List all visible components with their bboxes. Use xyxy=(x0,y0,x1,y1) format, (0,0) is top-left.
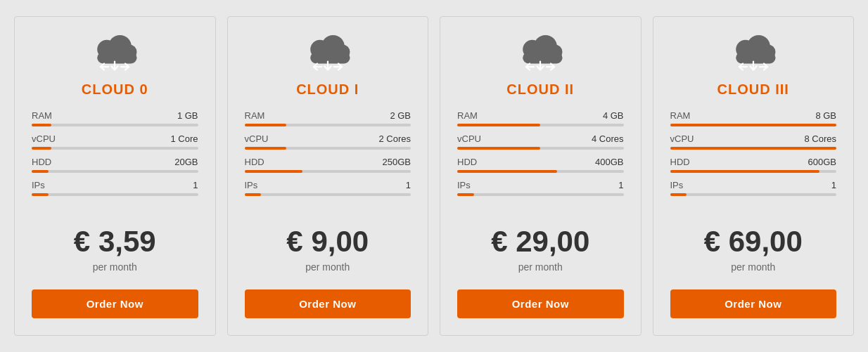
svg-rect-10 xyxy=(310,52,350,64)
spec-bar-bg xyxy=(32,147,198,150)
per-month: per month xyxy=(731,261,775,273)
spec-value: 8 GB xyxy=(815,110,836,121)
order-button[interactable]: Order Now xyxy=(245,289,411,318)
svg-rect-3 xyxy=(98,52,137,64)
spec-bar-fill xyxy=(670,124,837,126)
spec-value: 1 xyxy=(193,180,198,190)
spec-bar-fill xyxy=(670,170,820,173)
spec-bar-bg xyxy=(245,124,411,126)
plan-name: CLOUD 0 xyxy=(82,82,148,98)
spec-label: RAM xyxy=(245,110,265,121)
spec-bar-bg xyxy=(670,124,837,126)
spec-bar-bg xyxy=(32,193,198,196)
spec-bar-fill xyxy=(32,170,49,173)
spec-label: IPs xyxy=(32,180,45,190)
price: € 29,00 xyxy=(491,226,589,258)
spec-value: 4 GB xyxy=(603,110,624,121)
spec-row-ips: IPs 1 xyxy=(670,180,837,196)
spec-value: 8 Cores xyxy=(804,133,836,144)
spec-label: HDD xyxy=(457,157,477,167)
spec-bar-fill xyxy=(457,124,540,126)
spec-bar-fill xyxy=(457,147,540,150)
spec-row-hdd: HDD 400GB xyxy=(457,157,624,173)
spec-value: 400GB xyxy=(595,157,623,167)
spec-bar-bg xyxy=(245,170,411,173)
order-button[interactable]: Order Now xyxy=(457,289,624,318)
spec-bar-fill xyxy=(32,124,51,126)
order-button[interactable]: Order Now xyxy=(670,289,837,318)
price: € 3,59 xyxy=(74,226,156,258)
spec-row-ram: RAM 2 GB xyxy=(245,110,411,126)
per-month: per month xyxy=(93,261,137,273)
svg-rect-17 xyxy=(523,52,563,64)
spec-label: RAM xyxy=(32,110,52,121)
pricing-card-cloud-1: CLOUD I RAM 2 GB vCPU 2 Cores HDD xyxy=(227,16,429,335)
cloud-icon xyxy=(87,31,143,82)
per-month: per month xyxy=(518,261,563,273)
spec-bar-fill xyxy=(245,124,286,126)
specs-list: RAM 8 GB vCPU 8 Cores HDD 600GB xyxy=(670,110,837,203)
plan-name: CLOUD II xyxy=(506,82,574,98)
spec-label: RAM xyxy=(457,110,478,121)
spec-value: 2 Cores xyxy=(378,133,411,144)
price: € 9,00 xyxy=(286,226,369,258)
spec-label: HDD xyxy=(32,157,51,167)
spec-value: 250GB xyxy=(383,157,411,167)
spec-value: 2 GB xyxy=(390,110,411,121)
spec-row-ips: IPs 1 xyxy=(457,180,624,196)
spec-row-hdd: HDD 250GB xyxy=(245,157,411,173)
spec-bar-bg xyxy=(670,147,837,150)
spec-label: HDD xyxy=(670,157,690,167)
spec-bar-fill xyxy=(457,193,474,196)
specs-list: RAM 4 GB vCPU 4 Cores HDD 400GB xyxy=(457,110,624,203)
spec-row-hdd: HDD 600GB xyxy=(670,157,837,173)
svg-rect-24 xyxy=(736,52,775,64)
spec-bar-fill xyxy=(670,193,687,196)
specs-list: RAM 2 GB vCPU 2 Cores HDD 250GB xyxy=(245,110,411,203)
spec-row-ips: IPs 1 xyxy=(32,180,198,196)
spec-bar-fill xyxy=(245,147,286,150)
cloud-icon xyxy=(512,31,568,82)
pricing-cards: CLOUD 0 RAM 1 GB vCPU 1 Core HDD xyxy=(14,16,854,335)
spec-row-vcpu: vCPU 4 Cores xyxy=(457,133,624,150)
spec-bar-bg xyxy=(245,147,411,150)
price-section: € 9,00 per month xyxy=(286,226,369,272)
spec-bar-bg xyxy=(457,124,624,126)
spec-value: 20GB xyxy=(174,157,198,167)
spec-row-vcpu: vCPU 2 Cores xyxy=(245,133,411,150)
plan-name: CLOUD I xyxy=(296,82,359,98)
spec-value: 4 Cores xyxy=(592,133,624,144)
pricing-card-cloud-0: CLOUD 0 RAM 1 GB vCPU 1 Core HDD xyxy=(14,16,216,335)
price-section: € 29,00 per month xyxy=(491,226,589,272)
spec-row-vcpu: vCPU 8 Cores xyxy=(670,133,837,150)
spec-bar-bg xyxy=(457,193,624,196)
spec-row-ips: IPs 1 xyxy=(245,180,411,196)
spec-bar-bg xyxy=(670,193,837,196)
spec-bar-bg xyxy=(32,170,198,173)
spec-label: IPs xyxy=(245,180,258,190)
spec-value: 1 xyxy=(618,180,623,190)
spec-bar-fill xyxy=(245,193,262,196)
spec-row-ram: RAM 8 GB xyxy=(670,110,837,126)
price-section: € 69,00 per month xyxy=(704,226,803,272)
spec-bar-bg xyxy=(457,147,624,150)
spec-bar-bg xyxy=(245,193,411,196)
spec-bar-fill xyxy=(32,147,51,150)
spec-value: 1 GB xyxy=(177,110,198,121)
spec-label: RAM xyxy=(670,110,691,121)
spec-row-ram: RAM 4 GB xyxy=(457,110,624,126)
pricing-card-cloud-2: CLOUD II RAM 4 GB vCPU 4 Cores HDD xyxy=(440,16,642,335)
spec-value: 1 xyxy=(406,180,411,190)
spec-bar-fill xyxy=(457,170,557,173)
spec-row-vcpu: vCPU 1 Core xyxy=(32,133,198,150)
order-button[interactable]: Order Now xyxy=(32,289,198,318)
specs-list: RAM 1 GB vCPU 1 Core HDD 20GB xyxy=(32,110,198,203)
spec-bar-bg xyxy=(32,124,198,126)
price: € 69,00 xyxy=(704,226,803,258)
cloud-icon xyxy=(300,31,356,82)
spec-bar-bg xyxy=(670,170,837,173)
spec-label: vCPU xyxy=(245,133,269,144)
cloud-icon xyxy=(725,31,781,82)
spec-label: IPs xyxy=(457,180,471,190)
spec-label: IPs xyxy=(670,180,684,190)
